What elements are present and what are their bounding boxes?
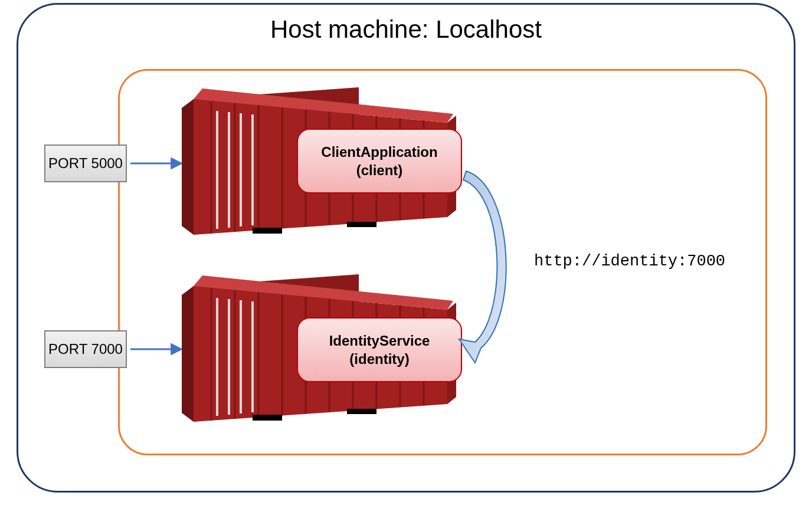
service-box-client: ClientApplication (client) [297,129,462,193]
arrow-icon [127,145,188,182]
svg-rect-44 [347,409,376,414]
svg-rect-43 [253,415,282,421]
arrow-icon [127,330,188,368]
service-box-identity: IdentityService (identity) [297,317,462,382]
svg-marker-4 [182,99,194,235]
connection-url-label: http://identity:7000 [534,252,725,270]
service-name: ClientApplication [321,143,437,161]
external-port-identity: PORT 7000 [44,330,127,368]
external-port-client: PORT 5000 [44,145,127,182]
service-alias: (client) [356,161,403,179]
svg-rect-22 [253,228,282,234]
host-machine-title: Host machine: Localhost [270,15,542,44]
service-alias: (identity) [349,350,409,368]
svg-rect-23 [347,222,376,227]
curved-arrow-icon [454,162,525,369]
service-name: IdentityService [329,332,430,350]
svg-marker-25 [182,286,194,422]
